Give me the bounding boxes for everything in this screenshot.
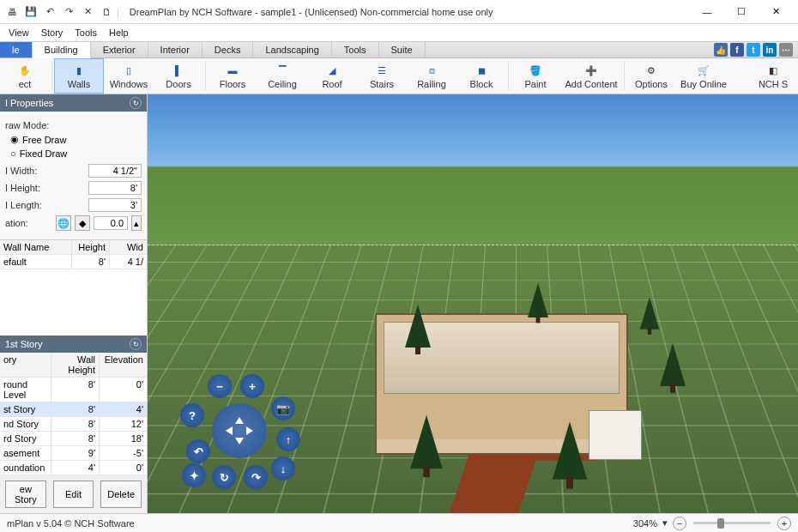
radio-free-draw[interactable]: ◉ Free Draw — [5, 132, 142, 147]
menu-tools[interactable]: Tools — [75, 27, 97, 38]
ribbon-walls[interactable]: ▮ Walls — [54, 58, 104, 94]
ribbon-nch-suite[interactable]: ◧ NCH S — [748, 58, 798, 94]
thumbs-up-icon[interactable]: 👍 — [714, 43, 728, 57]
ribbon-stairs[interactable]: ☰ Stairs — [357, 58, 407, 94]
ribbon-walls-label: Walls — [68, 79, 90, 89]
nav-compass-icon[interactable]: ✦ — [182, 463, 206, 487]
window-title: DreamPlan by NCH Software - sample1 - (U… — [130, 7, 493, 17]
nav-orbit-down-icon[interactable]: ↻ — [212, 465, 236, 489]
nav-help-icon[interactable]: ? — [180, 403, 204, 427]
viewport-3d[interactable]: ? − + 📷 ↑ ↓ ↶ ✦ ↻ ↷ — [148, 94, 798, 513]
ribbon-toolbar: ✋ ect ▮ Walls ▯ Windows ▌ Doors ▬ Floors… — [0, 58, 798, 94]
col-elevation[interactable]: Elevation — [99, 353, 147, 377]
zoom-dropdown-icon[interactable]: ▾ — [662, 517, 668, 529]
new-doc-icon[interactable]: 🗋 — [100, 5, 113, 19]
undo-icon[interactable]: ↶ — [43, 5, 57, 19]
nav-orbit-right-icon[interactable]: ↷ — [244, 465, 268, 489]
nav-orbit-left-icon[interactable]: ↶ — [186, 439, 210, 463]
ribbon-ceiling[interactable]: ▔ Ceiling — [257, 58, 307, 94]
zoom-in-button[interactable]: + — [777, 517, 791, 530]
nav-camera-icon[interactable]: 📷 — [271, 396, 295, 420]
menu-help[interactable]: Help — [109, 27, 129, 38]
menu-view[interactable]: View — [9, 27, 29, 38]
panel-refresh-icon[interactable]: ↻ — [130, 97, 142, 109]
close-button[interactable]: ✕ — [759, 2, 793, 22]
wall-length-input[interactable] — [88, 198, 142, 212]
block-icon: ◼ — [473, 63, 490, 78]
ribbon-windows[interactable]: ▯ Windows — [104, 58, 154, 94]
wall-width-label: I Width: — [5, 166, 88, 176]
twitter-icon[interactable]: t — [747, 43, 760, 57]
delete-story-button[interactable]: Delete — [100, 481, 142, 508]
story-row[interactable]: st Story8'4' — [0, 402, 147, 417]
maximize-button[interactable]: ☐ — [724, 2, 759, 22]
wall-properties-title: I Properties — [5, 98, 53, 108]
tab-landscaping[interactable]: Landscaping — [253, 42, 331, 57]
story-row[interactable]: rd Story8'18' — [0, 432, 147, 446]
zoom-slider[interactable] — [693, 522, 771, 524]
ribbon-options[interactable]: ⚙ Options — [626, 58, 676, 94]
facebook-icon[interactable]: f — [730, 43, 744, 57]
suite-icon: ◧ — [765, 63, 782, 78]
wall-properties-header: I Properties ↻ — [0, 94, 147, 112]
ribbon-railing[interactable]: ⧈ Railing — [407, 58, 456, 94]
story-row[interactable]: nd Story8'12' — [0, 417, 147, 432]
menu-story[interactable]: Story — [41, 27, 63, 38]
tab-decks[interactable]: Decks — [203, 42, 254, 57]
ribbon-add-content[interactable]: ➕ Add Content — [560, 58, 622, 94]
tree-model — [528, 283, 548, 317]
rotation-spinner[interactable]: ▴ — [131, 215, 142, 231]
ribbon-select[interactable]: ✋ ect — [0, 58, 50, 94]
story-row[interactable]: asement9'-5' — [0, 446, 147, 461]
col-height[interactable]: Height — [71, 240, 109, 254]
delete-icon[interactable]: ✕ — [81, 5, 94, 19]
story-panel-title: 1st Story — [5, 339, 42, 349]
edit-story-button[interactable]: Edit — [53, 481, 94, 508]
ribbon-floors[interactable]: ▬ Floors — [208, 58, 257, 94]
story-row[interactable]: oundation4'0' — [0, 461, 147, 475]
print-icon[interactable]: 🖶 — [5, 5, 19, 19]
new-story-button[interactable]: ew Story — [5, 481, 46, 508]
story-row[interactable]: round Level8'0' — [0, 378, 147, 402]
ribbon-buy-online[interactable]: 🛒 Buy Online — [676, 58, 731, 94]
col-wall-name[interactable]: Wall Name — [0, 240, 71, 254]
wall-width-input[interactable] — [88, 164, 142, 178]
tab-tools[interactable]: Tools — [332, 42, 379, 57]
save-icon[interactable]: 💾 — [24, 5, 38, 19]
zoom-out-button[interactable]: − — [673, 517, 686, 530]
share-icon[interactable]: ⋯ — [779, 43, 793, 57]
col-width[interactable]: Wid — [109, 240, 147, 254]
ribbon-roof[interactable]: ◢ Roof — [307, 58, 357, 94]
radio-fixed-draw[interactable]: ○ Fixed Draw — [5, 147, 142, 160]
minimize-button[interactable]: — — [690, 2, 724, 22]
linkedin-icon[interactable]: in — [763, 43, 777, 57]
col-story[interactable]: ory — [0, 353, 51, 377]
wall-height-label: I Height: — [5, 183, 88, 193]
rotation-diamond-icon[interactable]: ◆ — [75, 215, 90, 231]
nav-zoom-in-icon[interactable]: + — [240, 374, 264, 398]
ribbon-doors[interactable]: ▌ Doors — [154, 58, 203, 94]
svg-marker-3 — [246, 426, 253, 435]
tab-suite[interactable]: Suite — [379, 42, 426, 57]
redo-icon[interactable]: ↷ — [62, 5, 76, 19]
wall-row[interactable]: efault 8' 4 1/ — [0, 255, 147, 269]
wall-height-input[interactable] — [88, 181, 142, 195]
tab-exterior[interactable]: Exterior — [91, 42, 148, 57]
nav-zoom-out-icon[interactable]: − — [208, 374, 232, 398]
nav-down-icon[interactable]: ↓ — [271, 456, 295, 481]
nav-pan-center[interactable] — [212, 403, 267, 458]
tab-building[interactable]: Building — [33, 42, 91, 58]
ribbon-block[interactable]: ◼ Block — [456, 58, 506, 94]
svg-marker-1 — [235, 438, 244, 444]
tab-interior[interactable]: Interior — [148, 42, 203, 57]
tab-file[interactable]: le — [0, 42, 33, 57]
ribbon-paint[interactable]: 🪣 Paint — [511, 58, 560, 94]
story-refresh-icon[interactable]: ↻ — [130, 338, 142, 350]
wall-name-cell: efault — [0, 255, 71, 269]
navigation-control: ? − + 📷 ↑ ↓ ↶ ✦ ↻ ↷ — [173, 369, 302, 489]
rotation-globe-icon[interactable]: 🌐 — [56, 215, 71, 231]
nav-up-icon[interactable]: ↑ — [276, 427, 300, 451]
col-wall-height[interactable]: Wall Height — [51, 353, 99, 377]
zoom-slider-thumb[interactable] — [717, 518, 724, 529]
rotation-input[interactable] — [94, 216, 128, 230]
